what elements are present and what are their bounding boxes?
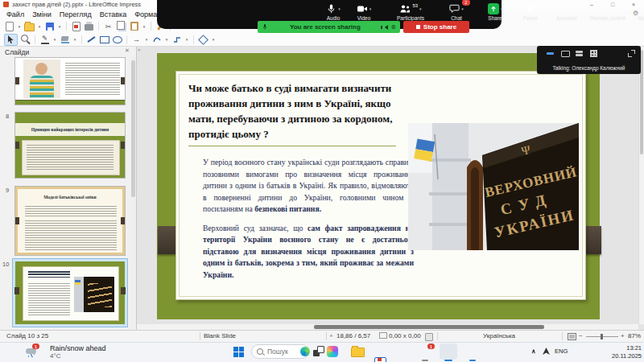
select-tool-icon[interactable] [4, 34, 18, 46]
minimize-strip-icon[interactable] [547, 52, 554, 55]
slide-number-8: 8 [6, 113, 9, 120]
expand-icon[interactable] [628, 50, 635, 57]
cut-icon[interactable]: ✂ [103, 21, 114, 32]
search-box[interactable] [251, 344, 309, 359]
participants-button[interactable]: 53▾ Participants [385, 2, 436, 21]
menu-view[interactable]: Перегляд [56, 10, 96, 19]
slide-thumbnail-9[interactable]: Моделі батьківської опіки [14, 186, 126, 256]
chat-unread-badge: 2 [462, 0, 470, 6]
zoom-level[interactable]: 87% [628, 332, 641, 339]
insert-line-icon[interactable] [86, 34, 97, 45]
panel-splitter-close-icon[interactable]: × [138, 47, 141, 52]
tray-time: 13:21 [612, 344, 642, 352]
slides-panel-close-icon[interactable]: ✕ [125, 47, 130, 54]
video-button[interactable]: ▾ Video [348, 2, 380, 21]
zoom-in-button[interactable]: + [621, 332, 625, 339]
hidden-icons-chevron[interactable]: ∧ [531, 348, 536, 355]
new-dropdown[interactable]: ▾ [17, 24, 22, 29]
save-dropdown[interactable]: ▾ [57, 24, 62, 29]
thumb7-text-lines [65, 63, 120, 97]
weather-alert-text[interactable]: Rain/snow ahead [50, 344, 106, 352]
copilot-button[interactable] [327, 346, 338, 357]
input-language-indicator[interactable]: ENG [555, 348, 568, 355]
open-icon[interactable] [24, 21, 35, 32]
slide-content-card: Чи може батько в суді вимагати визначити… [175, 71, 586, 300]
floppy-app-button[interactable] [374, 357, 386, 362]
vertical-scrollbar[interactable] [638, 47, 644, 324]
audio-button[interactable]: ▾ Audio [317, 2, 349, 21]
connector-icon[interactable] [171, 34, 182, 45]
arrows-dropdown[interactable]: ▾ [144, 37, 149, 42]
participants-count-badge: 53 [412, 3, 418, 8]
task-view-button[interactable] [313, 346, 324, 356]
basic-shapes-icon[interactable] [198, 34, 208, 45]
search-input[interactable] [266, 347, 298, 356]
messenger-badge: 1 [427, 343, 435, 349]
talking-indicator: Talking: Олександр Калюжний [537, 65, 641, 71]
zoom-tool-icon[interactable] [20, 34, 31, 45]
save-icon[interactable] [44, 21, 55, 32]
ellipse-icon[interactable] [112, 34, 122, 45]
weather-temperature: 4°C [50, 352, 60, 360]
annotate-button[interactable]: Annotate [548, 2, 585, 21]
location-icon[interactable] [543, 348, 550, 356]
stop-square-icon [416, 25, 420, 29]
document-modified-icon [425, 333, 433, 341]
rectangle-icon[interactable] [99, 34, 109, 45]
slide-thumbnail-8[interactable]: Принцип найкращих інтересів дитини [14, 112, 126, 179]
fill-color-dropdown[interactable]: ▾ [72, 37, 77, 42]
menu-file[interactable]: Файл [2, 10, 28, 19]
thumb10-court-image [74, 277, 114, 312]
slide-thumbnail-7[interactable] [14, 57, 126, 105]
banner-audio-icon[interactable] [382, 25, 388, 30]
horizontal-scrollbar-thumb[interactable] [314, 325, 544, 329]
slide-counter: Слайд 10 з 25 [6, 332, 48, 339]
copy-icon[interactable] [116, 21, 126, 32]
share-button[interactable]: ▾ Share [477, 2, 513, 21]
slides-panel-scrollbar[interactable] [130, 57, 136, 330]
fill-color-icon[interactable] [60, 34, 70, 45]
slide-canvas[interactable]: Чи може батько в суді вимагати визначити… [157, 53, 600, 319]
line-color-icon[interactable]: ✎ [39, 34, 50, 45]
stop-share-button[interactable]: Stop share [403, 21, 469, 33]
more-button[interactable]: More [632, 2, 644, 21]
banner-settings-gear-icon[interactable]: ⚙ [391, 24, 396, 31]
menu-insert[interactable]: Вставка [96, 10, 130, 19]
connector-dropdown[interactable]: ▾ [184, 37, 189, 42]
paste-dropdown[interactable]: ▾ [142, 24, 147, 29]
view-stack-icon[interactable] [576, 51, 583, 56]
zoom-slider[interactable] [586, 336, 618, 337]
open-dropdown[interactable]: ▾ [37, 24, 42, 29]
taskbar-clock[interactable]: 13:21 20.11.2025 [612, 344, 642, 360]
chat-bubble-icon [449, 3, 460, 14]
basic-shapes-dropdown[interactable]: ▾ [211, 37, 216, 42]
selection-size: 0,00 x 0,00 [389, 332, 421, 339]
line-color-dropdown[interactable]: ▾ [52, 37, 57, 42]
menu-edit[interactable]: Зміни [28, 10, 56, 19]
file-explorer-button[interactable] [351, 348, 365, 357]
new-document-icon[interactable] [4, 21, 14, 32]
slide-thumbnail-10-selected[interactable] [12, 258, 128, 327]
lines-arrows-icon[interactable]: → [131, 34, 142, 45]
paste-icon[interactable] [129, 21, 139, 32]
thumb9-ribbon-right [121, 217, 126, 224]
thumb10-slide [15, 261, 125, 324]
export-pdf-icon[interactable] [71, 21, 81, 32]
pause-button[interactable]: Pause [516, 2, 545, 21]
print-icon[interactable] [84, 21, 94, 32]
chat-button[interactable]: 2▾ Chat [440, 2, 473, 21]
start-button[interactable] [233, 347, 244, 357]
thumb7-ribbon-left [14, 77, 19, 84]
view-grid-icon[interactable] [590, 50, 597, 57]
language-selector[interactable]: Українська [483, 332, 515, 339]
slides-panel-scrollbar-thumb[interactable] [131, 60, 135, 197]
zoom-out-button[interactable]: − [579, 332, 583, 339]
thumb10-ribbon-left [14, 287, 19, 294]
ellipsis-icon [639, 3, 644, 14]
remote-control-button[interactable]: Remote control [587, 2, 629, 21]
view-single-icon[interactable] [561, 51, 570, 57]
curve-dropdown[interactable]: ▾ [164, 37, 169, 42]
horizontal-scrollbar[interactable] [137, 324, 638, 330]
fit-slide-icon[interactable] [568, 333, 576, 340]
curve-icon[interactable] [151, 34, 162, 45]
